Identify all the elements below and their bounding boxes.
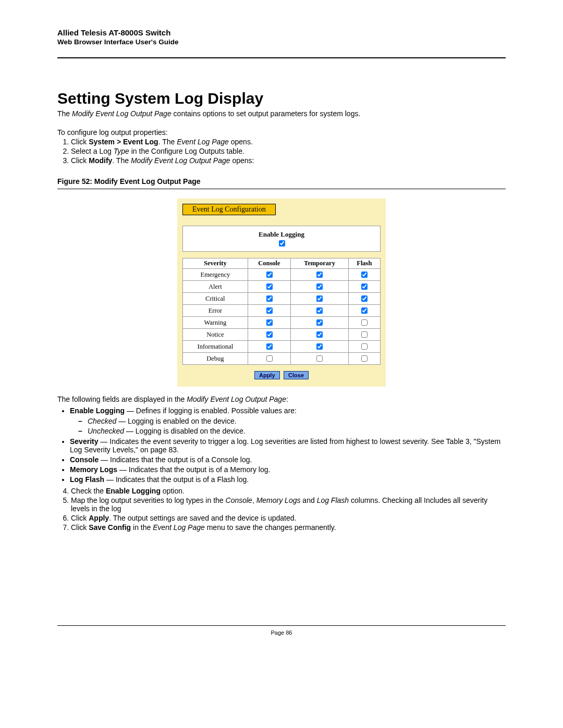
t: — Indicates that the output is of a Memo… (117, 465, 270, 474)
step-3: Click Modify. The Modify Event Log Outpu… (71, 156, 506, 165)
close-button[interactable]: Close (284, 371, 309, 379)
t: The following fields are displayed in th… (57, 395, 187, 403)
t: in the Configure Log Outputs table. (129, 147, 244, 155)
cell-console (248, 353, 290, 365)
t: menu to save the changes permanently. (205, 523, 336, 532)
t: Checked (88, 417, 116, 425)
steps-list-a: Click System > Event Log. The Event Log … (57, 138, 506, 165)
bullet-memory: Memory Logs — Indicates that the output … (70, 465, 506, 474)
figure-52: Event Log Configuration Enable Logging S… (177, 199, 386, 387)
temporary-checkbox[interactable] (316, 319, 323, 326)
t: in the (131, 523, 153, 532)
table-row: Alert (183, 281, 381, 293)
temporary-checkbox[interactable] (316, 355, 323, 362)
temporary-checkbox[interactable] (316, 283, 323, 290)
flash-checkbox[interactable] (361, 343, 368, 350)
temporary-checkbox[interactable] (316, 272, 323, 278)
console-checkbox[interactable] (266, 295, 273, 302)
t: Event Log Page (177, 138, 229, 146)
t: Unchecked (88, 427, 124, 435)
t: — Indicates that the output is of a Cons… (99, 455, 252, 464)
t: . The (112, 156, 131, 165)
enable-logging-box: Enable Logging (182, 226, 381, 252)
table-row: Critical (183, 293, 381, 305)
console-checkbox[interactable] (266, 272, 273, 278)
cell-temporary (291, 341, 349, 353)
console-checkbox[interactable] (266, 307, 273, 314)
doc-subtitle: Web Browser Interface User's Guide (57, 38, 506, 46)
page-number: Page 86 (57, 630, 506, 636)
temporary-checkbox[interactable] (316, 331, 323, 338)
col-severity: Severity (183, 258, 248, 269)
t: Console (226, 496, 252, 504)
console-checkbox[interactable] (266, 319, 273, 326)
t: Check the (71, 487, 106, 495)
temporary-checkbox[interactable] (316, 295, 323, 302)
section-heading: Setting System Log Display (57, 90, 506, 107)
t: Enable Logging (70, 406, 125, 415)
enable-logging-label: Enable Logging (183, 230, 380, 239)
col-console: Console (248, 258, 290, 269)
config-tab[interactable]: Event Log Configuration (182, 204, 276, 215)
step-4: Check the Enable Logging option. (71, 487, 506, 495)
severity-label: Error (183, 305, 248, 317)
table-row: Error (183, 305, 381, 317)
flash-checkbox[interactable] (361, 319, 368, 326)
t: , (252, 496, 256, 504)
t: opens. (229, 138, 253, 146)
t: — Logging is disabled on the device. (124, 427, 246, 435)
console-checkbox[interactable] (266, 331, 273, 338)
t: : (286, 395, 288, 403)
t: Enable Logging (106, 487, 161, 495)
t: Click (71, 514, 89, 522)
step-6: Click Apply. The output settings are sav… (71, 514, 506, 522)
t: Modify (89, 156, 112, 165)
t: — Defines if logging is enabled. Possibl… (125, 406, 297, 415)
t: Log Flash (70, 475, 104, 484)
cell-flash (348, 281, 380, 293)
cell-flash (348, 341, 380, 353)
t: Type (114, 147, 129, 155)
cell-temporary (291, 305, 349, 317)
t: Memory Logs (256, 496, 301, 504)
flash-checkbox[interactable] (361, 295, 368, 302)
flash-checkbox[interactable] (361, 355, 368, 362)
flash-checkbox[interactable] (361, 272, 368, 278)
cell-temporary (291, 281, 349, 293)
console-checkbox[interactable] (266, 283, 273, 290)
flash-checkbox[interactable] (361, 331, 368, 338)
temporary-checkbox[interactable] (316, 307, 323, 314)
temporary-checkbox[interactable] (316, 343, 323, 350)
cell-temporary (291, 317, 349, 329)
table-row: Notice (183, 329, 381, 341)
cell-console (248, 305, 290, 317)
col-temporary: Temporary (291, 258, 349, 269)
flash-checkbox[interactable] (361, 307, 368, 314)
t: Severity (70, 437, 98, 446)
console-checkbox[interactable] (266, 343, 273, 350)
bullet-console: Console — Indicates that the output is o… (70, 455, 506, 464)
intro-em: Modify Event Log Output Page (72, 109, 172, 118)
t: — Indicates that the output is of a Flas… (104, 475, 249, 484)
t: Log Flash (317, 496, 349, 504)
t: Memory Logs (70, 465, 117, 474)
step-7: Click Save Config in the Event Log Page … (71, 523, 506, 532)
t: Save Config (89, 523, 131, 532)
t: Click (71, 138, 89, 146)
cell-temporary (291, 293, 349, 305)
figure-rule (57, 189, 506, 189)
table-row: Emergency (183, 269, 381, 281)
section-intro: The Modify Event Log Output Page contain… (57, 109, 506, 118)
cell-temporary (291, 329, 349, 341)
t: option. (161, 487, 185, 495)
console-checkbox[interactable] (266, 355, 273, 362)
cell-console (248, 341, 290, 353)
apply-button[interactable]: Apply (254, 371, 280, 379)
cell-flash (348, 329, 380, 341)
intro-suffix: contains options to set output parameter… (172, 109, 361, 118)
enable-logging-checkbox[interactable] (279, 240, 285, 246)
severity-label: Informational (183, 341, 248, 353)
severity-label: Warning (183, 317, 248, 329)
flash-checkbox[interactable] (361, 283, 368, 290)
t: Console (70, 455, 99, 464)
